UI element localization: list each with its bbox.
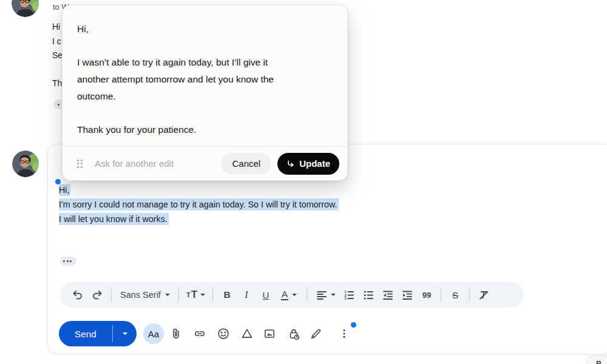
drag-handle-icon[interactable] [77, 160, 83, 168]
bulleted-list-icon [362, 289, 375, 301]
notification-dot [351, 322, 356, 328]
toolbar-divider [111, 289, 112, 302]
selected-text: I'm sorry I could not manage to try it a… [59, 198, 339, 211]
ai-edit-popup: Hi, I wasn’t able to try it again today,… [62, 5, 348, 181]
ai-edit-input[interactable] [95, 158, 221, 169]
attach-files-button[interactable] [166, 323, 186, 344]
font-family-label: Sans Serif [120, 290, 161, 300]
chevron-down-icon [331, 294, 336, 296]
message-body-editor[interactable]: Hi, I'm sorry I could not manage to try … [59, 183, 339, 226]
indent-more-icon [401, 289, 413, 301]
sender-avatar-top[interactable] [12, 0, 39, 17]
text-color-icon: A [281, 290, 288, 300]
draft-line: I'm sorry I could not manage to try it a… [59, 197, 339, 212]
cancel-button[interactable]: Cancel [221, 153, 271, 174]
align-button[interactable] [312, 286, 339, 304]
selected-text: Hi, [59, 184, 70, 196]
italic-button[interactable]: I [237, 286, 256, 304]
font-family-menu[interactable]: Sans Serif [117, 286, 174, 304]
previous-message-line: Th [52, 78, 62, 88]
suggestion-body-line: outcome. [77, 88, 333, 105]
remove-formatting-icon [478, 289, 490, 301]
more-vertical-icon [338, 327, 350, 340]
size-icon-large: T [191, 289, 197, 301]
indent-more-button[interactable] [398, 286, 416, 304]
draft-line: I will let you know if it works. [59, 212, 339, 226]
align-left-icon [316, 289, 328, 301]
insert-arrow-icon [287, 160, 295, 168]
partial-label: R [596, 360, 602, 364]
insert-from-drive-button[interactable] [237, 323, 257, 344]
update-label: Update [299, 158, 330, 169]
toolbar-divider [212, 289, 213, 302]
suggestion-body-line: another attempt tomorrow and let you kno… [77, 71, 333, 88]
chevron-down-icon [292, 294, 297, 296]
toolbar-divider [441, 289, 441, 302]
strikethrough-button[interactable]: S [446, 286, 464, 304]
chevron-down-icon [123, 332, 127, 335]
chevron-down-icon [200, 294, 205, 296]
quote-button[interactable]: 99 [418, 286, 436, 304]
bottom-right-partial-button[interactable]: R [586, 356, 607, 364]
text-color-button[interactable]: A [276, 286, 302, 304]
underline-button[interactable]: U [257, 286, 275, 304]
update-button[interactable]: Update [277, 153, 339, 175]
link-icon [193, 327, 206, 340]
lock-clock-icon [287, 327, 300, 340]
numbered-list-button[interactable]: 123 [340, 286, 358, 304]
paperclip-icon [169, 327, 183, 340]
sender-avatar-reply[interactable] [12, 150, 39, 177]
emoji-icon [217, 327, 230, 340]
image-icon [263, 327, 276, 340]
send-button-split: Send [59, 321, 137, 346]
indent-less-button[interactable] [379, 286, 397, 304]
formatting-options-toggle[interactable]: Aa [143, 323, 164, 344]
popup-footer: Cancel Update [63, 147, 347, 180]
redo-button[interactable] [88, 286, 106, 304]
send-button[interactable]: Send [59, 321, 112, 346]
signature-button[interactable] [305, 323, 326, 344]
previous-message-line: I c [52, 36, 61, 46]
suggestion-closing: Thank you for your patience. [77, 121, 333, 138]
suggestion-body: I wasn’t able to try it again today, but… [77, 54, 333, 105]
pen-icon [309, 327, 322, 340]
previous-message-line: Hi [52, 22, 60, 32]
previous-message-line: Se [52, 50, 63, 60]
toolbar-divider [178, 289, 179, 302]
insert-link-button[interactable] [189, 323, 210, 344]
chevron-down-icon [165, 294, 170, 296]
dot [70, 260, 72, 262]
insert-photo-button[interactable] [259, 323, 280, 344]
gmail-compose-screen: to Wa Hi I c Se Th .trim-pill i{width:3p… [0, 0, 607, 364]
dot [63, 260, 65, 262]
insert-emoji-button[interactable] [213, 323, 234, 344]
redo-icon [91, 289, 103, 301]
toolbar-divider [469, 289, 470, 302]
selected-text: I will let you know if it works. [59, 213, 169, 225]
drive-icon [240, 327, 254, 340]
show-trimmed-content-button[interactable] [60, 257, 76, 266]
send-options-button[interactable] [113, 321, 137, 346]
confidential-mode-button[interactable] [283, 323, 304, 344]
suggestion-body-line: I wasn’t able to try it again today, but… [77, 54, 333, 71]
indent-less-icon [382, 289, 394, 301]
bold-button[interactable]: B [218, 286, 236, 304]
undo-button[interactable] [69, 286, 87, 304]
formatting-toolbar: Sans Serif T T B I U A 123 [60, 282, 524, 308]
bulleted-list-button[interactable] [359, 286, 378, 304]
dot [58, 104, 59, 106]
remove-formatting-button[interactable] [475, 286, 493, 304]
dot [67, 260, 69, 262]
size-icon-small: T [186, 291, 191, 298]
font-size-menu[interactable]: T T [184, 286, 208, 304]
numbered-list-icon: 123 [343, 289, 355, 301]
draft-line: Hi, [59, 183, 339, 197]
toolbar-divider [307, 289, 307, 302]
svg-text:3: 3 [345, 297, 347, 300]
suggestion-greeting: Hi, [77, 21, 333, 38]
suggested-text: Hi, I wasn’t able to try it again today,… [77, 21, 333, 138]
undo-icon [72, 289, 84, 301]
